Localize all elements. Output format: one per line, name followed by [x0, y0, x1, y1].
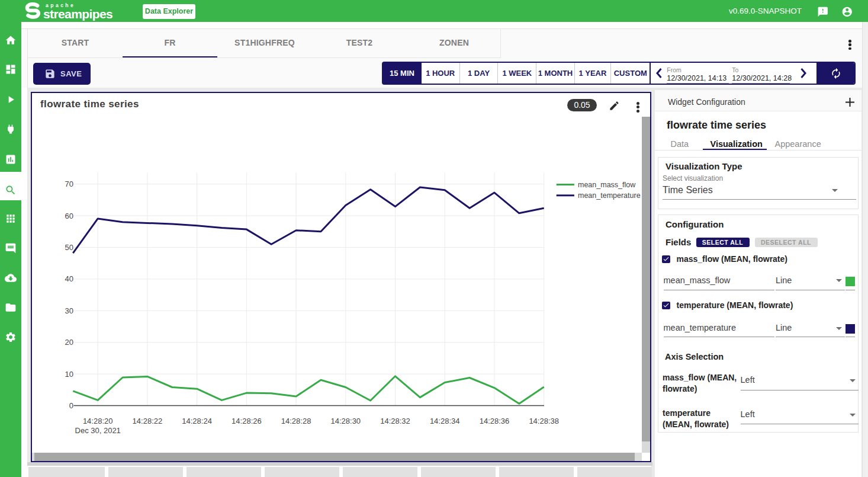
svg-text:14:28:20: 14:28:20 [83, 417, 113, 425]
svg-text:14:28:32: 14:28:32 [380, 417, 410, 425]
svg-text:10: 10 [65, 370, 73, 379]
svg-text:mean_mass_flow: mean_mass_flow [578, 181, 636, 189]
svg-text:Dec 30, 2021: Dec 30, 2021 [75, 426, 121, 435]
svg-text:60: 60 [65, 212, 73, 220]
svg-text:14:28:26: 14:28:26 [232, 417, 262, 425]
svg-text:70: 70 [65, 180, 73, 188]
svg-text:mean_temperature: mean_temperature [578, 191, 641, 200]
svg-text:50: 50 [65, 243, 73, 252]
svg-text:14:28:28: 14:28:28 [281, 417, 311, 425]
svg-text:40: 40 [65, 274, 73, 283]
svg-text:20: 20 [65, 338, 73, 347]
svg-text:0: 0 [69, 401, 73, 410]
svg-text:14:28:24: 14:28:24 [182, 417, 212, 425]
svg-text:30: 30 [65, 306, 73, 315]
svg-text:14:28:36: 14:28:36 [480, 417, 510, 425]
svg-text:14:28:34: 14:28:34 [430, 417, 460, 425]
svg-text:14:28:30: 14:28:30 [330, 417, 361, 425]
svg-text:14:28:38: 14:28:38 [529, 417, 559, 425]
svg-text:14:28:22: 14:28:22 [133, 417, 163, 425]
